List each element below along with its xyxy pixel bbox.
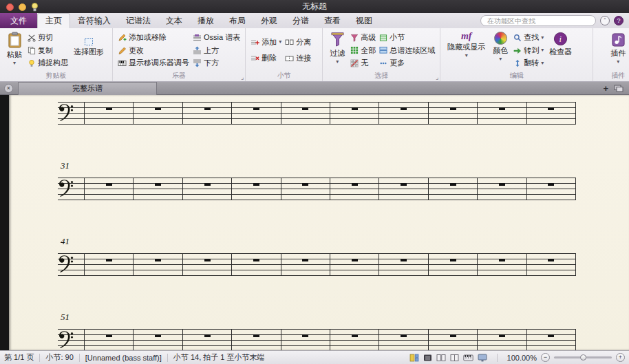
measure[interactable]: [134, 253, 182, 275]
add-bars-button[interactable]: 添加 ▾: [250, 36, 281, 48]
goto-button[interactable]: 转到 ▾: [513, 45, 544, 56]
measure[interactable]: [379, 329, 428, 350]
whole-rest[interactable]: [302, 259, 308, 261]
select-more-button[interactable]: 更多: [379, 57, 435, 69]
ribbon-tab-view[interactable]: 视图: [348, 13, 380, 28]
measure[interactable]: [330, 102, 379, 124]
whole-rest[interactable]: [401, 183, 407, 186]
measure[interactable]: [527, 102, 576, 124]
measure[interactable]: [330, 253, 379, 275]
whole-rest[interactable]: [548, 183, 554, 186]
measure[interactable]: [85, 329, 134, 350]
measure[interactable]: [134, 102, 182, 124]
whole-rest[interactable]: [155, 107, 161, 110]
measure[interactable]: [429, 253, 478, 275]
minimize-window-button[interactable]: [19, 3, 26, 11]
color-button[interactable]: 颜色 ▾: [491, 30, 510, 62]
measure[interactable]: [183, 102, 232, 124]
staff-system[interactable]: 41: [58, 253, 576, 276]
measure[interactable]: [379, 253, 428, 275]
whole-rest[interactable]: [352, 259, 358, 261]
measure[interactable]: [478, 329, 526, 350]
measure[interactable]: [478, 253, 526, 275]
select-all-button[interactable]: 全部: [350, 45, 376, 56]
panorama-view-icon[interactable]: [423, 354, 432, 362]
capture-idea-button[interactable]: 捕捉构思: [28, 57, 68, 69]
whole-rest[interactable]: [499, 107, 505, 110]
whole-rest[interactable]: [548, 107, 554, 110]
measure[interactable]: [134, 178, 182, 200]
whole-rest[interactable]: [450, 183, 456, 186]
whole-rest[interactable]: [106, 183, 112, 186]
whole-rest[interactable]: [450, 259, 456, 261]
measure[interactable]: [183, 178, 232, 200]
measure[interactable]: [429, 178, 478, 200]
measure[interactable]: [429, 102, 478, 124]
ribbon-tab-note-input[interactable]: 音符输入: [70, 13, 118, 28]
hide-show-button[interactable]: mf 隐藏或显示 ▾: [445, 30, 487, 58]
ribbon-tab-parts[interactable]: 分谱: [285, 13, 317, 28]
select-bars-button[interactable]: 小节: [379, 32, 435, 43]
close-window-button[interactable]: [6, 3, 14, 11]
ribbon-search-input[interactable]: [480, 15, 596, 26]
ribbon-tab-notations[interactable]: 记谱法: [118, 13, 158, 28]
delete-bars-button[interactable]: 删除: [250, 52, 281, 64]
ribbon-tab-play[interactable]: 播放: [190, 13, 222, 28]
zoom-slider[interactable]: [554, 356, 612, 358]
zoom-out-button[interactable]: −: [541, 353, 550, 362]
measure[interactable]: [85, 178, 134, 200]
measure[interactable]: [85, 253, 134, 275]
score-canvas[interactable]: 314151: [0, 95, 629, 350]
document-tab-full-score[interactable]: 完整乐谱: [18, 82, 157, 95]
whole-rest[interactable]: [450, 334, 456, 337]
add-remove-instruments-button[interactable]: 添加或移除: [118, 32, 189, 43]
ribbon-tab-file[interactable]: 文件: [0, 13, 37, 28]
measure[interactable]: [183, 253, 232, 275]
keyboard-panel-icon[interactable]: [463, 354, 473, 361]
whole-rest[interactable]: [450, 107, 456, 110]
measure[interactable]: [379, 178, 428, 200]
measure[interactable]: [183, 329, 232, 350]
measure[interactable]: [281, 329, 330, 350]
whole-rest[interactable]: [352, 334, 358, 337]
split-bar-button[interactable]: 分离: [285, 36, 311, 48]
whole-rest[interactable]: [253, 183, 259, 186]
ribbon-tab-appearance[interactable]: 外观: [253, 13, 285, 28]
whole-rest[interactable]: [499, 334, 505, 337]
measure[interactable]: [478, 102, 526, 124]
paste-button[interactable]: 粘贴 ▾: [5, 30, 24, 66]
select-graphic-button[interactable]: 选择图形: [72, 36, 106, 57]
video-window-icon[interactable]: [478, 354, 487, 362]
measure[interactable]: [330, 329, 379, 350]
tiles-view-icon[interactable]: [409, 354, 419, 362]
whole-rest[interactable]: [204, 107, 211, 110]
measure[interactable]: [232, 178, 281, 200]
new-tab-button[interactable]: +: [603, 84, 608, 93]
whole-rest[interactable]: [204, 259, 211, 261]
whole-rest[interactable]: [401, 107, 407, 110]
measure[interactable]: [527, 178, 576, 200]
plugins-button[interactable]: 插件 ▾: [608, 30, 628, 65]
measure[interactable]: [281, 253, 330, 275]
copy-button[interactable]: 复制: [28, 45, 68, 56]
cut-button[interactable]: 剪切: [28, 32, 68, 43]
staff-above-button[interactable]: 上方: [193, 45, 240, 56]
lightbulb-icon[interactable]: [31, 3, 39, 12]
staff-system[interactable]: [58, 102, 576, 125]
ribbon-tab-review[interactable]: 查看: [317, 13, 348, 28]
measure[interactable]: [379, 102, 428, 124]
whole-rest[interactable]: [401, 259, 407, 261]
measure[interactable]: [232, 253, 281, 275]
advanced-filter-button[interactable]: 高级: [350, 32, 376, 43]
whole-rest[interactable]: [352, 107, 358, 110]
measure[interactable]: [330, 178, 379, 200]
select-passage-button[interactable]: 总谱连续区域: [379, 45, 435, 56]
score-paper[interactable]: 314151: [9, 95, 629, 350]
whole-rest[interactable]: [401, 334, 407, 337]
measure[interactable]: [134, 329, 182, 350]
measure[interactable]: [85, 102, 134, 124]
close-tab-button[interactable]: ×: [4, 84, 13, 93]
whole-rest[interactable]: [548, 259, 554, 261]
transposing-score-button[interactable]: 显示移调乐器调号: [118, 57, 189, 69]
ossia-staff-button[interactable]: Ossia 谱表: [193, 32, 240, 43]
